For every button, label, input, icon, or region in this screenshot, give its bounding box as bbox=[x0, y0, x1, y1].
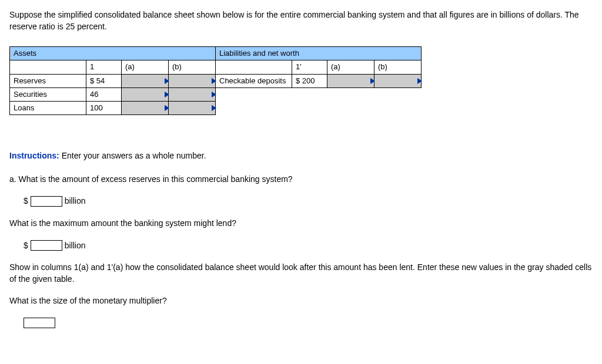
securities-label: Securities bbox=[10, 87, 86, 101]
answer-lend-line: $ billion bbox=[24, 240, 593, 252]
securities-b-input[interactable] bbox=[169, 87, 216, 101]
caret-right-icon bbox=[212, 105, 216, 111]
table-row: Reserves $ 54 Checkable deposits $ 200 bbox=[10, 74, 422, 87]
instructions-text: Enter your answers as a whole number. bbox=[59, 151, 206, 160]
loans-b-input[interactable] bbox=[169, 101, 216, 114]
checkable-b-input[interactable] bbox=[374, 74, 422, 87]
caret-right-icon bbox=[417, 78, 422, 84]
reserves-value: $ 54 bbox=[86, 74, 122, 87]
answer-a-line: $ billion bbox=[24, 196, 593, 207]
reserves-b-input[interactable] bbox=[169, 74, 216, 87]
svg-marker-5 bbox=[212, 92, 216, 97]
problem-intro: Suppose the simplified consolidated bala… bbox=[9, 9, 593, 32]
col-b: (b) bbox=[169, 60, 216, 74]
reserves-label: Reserves bbox=[10, 74, 86, 87]
instructions-label: Instructions: bbox=[9, 151, 59, 160]
instructions-line: Instructions: Enter your answers as a wh… bbox=[9, 150, 593, 162]
show-columns-text: Show in columns 1(a) and 1'(a) how the c… bbox=[9, 262, 593, 285]
reserves-a-input[interactable] bbox=[122, 74, 169, 87]
question-lend: What is the maximum amount the banking s… bbox=[9, 218, 593, 230]
checkable-a-input[interactable] bbox=[327, 74, 374, 87]
answer-mult-line bbox=[24, 318, 593, 329]
table-row: Loans 100 bbox=[10, 101, 422, 114]
loans-a-input[interactable] bbox=[122, 101, 169, 114]
table-header-row: Assets Liabilities and net worth bbox=[10, 47, 422, 60]
multiplier-input[interactable] bbox=[24, 318, 55, 328]
checkable-value: $ 200 bbox=[292, 74, 327, 87]
loans-value: 100 bbox=[86, 101, 122, 114]
loans-label: Loans bbox=[10, 101, 86, 114]
assets-header: Assets bbox=[10, 47, 216, 60]
excess-reserves-input[interactable] bbox=[31, 196, 62, 207]
table-row: Securities 46 bbox=[10, 87, 422, 101]
table-subheader-row: 1 (a) (b) 1' (a) (b) bbox=[10, 60, 422, 74]
liabilities-header: Liabilities and net worth bbox=[216, 47, 422, 60]
securities-value: 46 bbox=[86, 87, 122, 101]
blank-cell bbox=[216, 60, 292, 74]
svg-marker-3 bbox=[417, 78, 422, 84]
caret-right-icon bbox=[212, 92, 216, 97]
caret-right-icon bbox=[212, 78, 216, 84]
securities-a-input[interactable] bbox=[122, 87, 169, 101]
balance-sheet-table: Assets Liabilities and net worth 1 (a) (… bbox=[9, 46, 422, 115]
col-1: 1 bbox=[86, 60, 122, 74]
dollar-sign: $ bbox=[24, 196, 28, 205]
billion-label: billion bbox=[65, 196, 86, 205]
billion-label: billion bbox=[65, 241, 86, 250]
col-b-right: (b) bbox=[374, 60, 422, 74]
svg-marker-1 bbox=[212, 78, 216, 84]
blank-cell bbox=[10, 60, 86, 74]
svg-marker-7 bbox=[212, 105, 216, 111]
col-a: (a) bbox=[122, 60, 169, 74]
dollar-sign: $ bbox=[24, 241, 28, 250]
checkable-label: Checkable deposits bbox=[216, 74, 292, 87]
max-lend-input[interactable] bbox=[31, 240, 62, 251]
question-a: a. What is the amount of excess reserves… bbox=[9, 174, 593, 186]
question-multiplier: What is the size of the monetary multipl… bbox=[9, 295, 593, 307]
col-a-right: (a) bbox=[327, 60, 374, 74]
col-1prime: 1' bbox=[292, 60, 327, 74]
